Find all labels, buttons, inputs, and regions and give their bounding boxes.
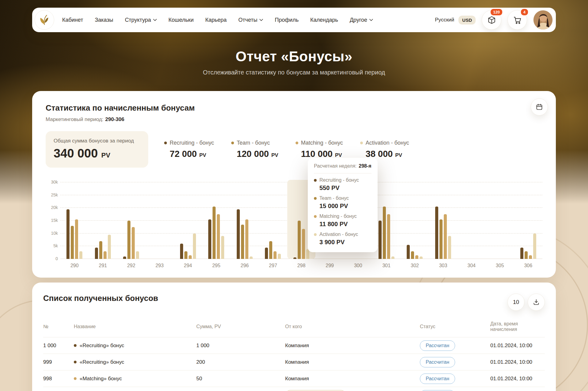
chart-plot: 05k10k15k20k25k30k xyxy=(60,182,542,259)
bar[interactable] xyxy=(298,221,301,259)
bonus-type-dot xyxy=(74,377,77,380)
bar[interactable] xyxy=(245,219,248,259)
bar[interactable] xyxy=(79,251,82,259)
marketing-period: Маркетинговый период:290-306 xyxy=(46,116,542,123)
bar[interactable] xyxy=(439,219,443,259)
download-button[interactable] xyxy=(528,294,545,311)
bar[interactable] xyxy=(383,207,386,259)
y-axis-tick: 5k xyxy=(46,243,58,248)
bar[interactable] xyxy=(104,251,107,259)
bar[interactable] xyxy=(127,221,130,259)
bar[interactable] xyxy=(533,233,536,259)
cell-name: «Matching» бонус xyxy=(74,376,196,382)
bar[interactable] xyxy=(184,251,187,259)
from-company: Компания xyxy=(285,359,309,365)
packages-button[interactable]: 120 xyxy=(482,10,501,30)
list-title: Список полученных бонусов xyxy=(43,294,158,303)
bar[interactable] xyxy=(132,227,135,259)
total-value-number: 340 000 xyxy=(54,146,98,160)
bar-group-290 xyxy=(60,182,89,259)
bar[interactable] xyxy=(293,257,296,259)
language-switcher[interactable]: Русский xyxy=(435,17,454,23)
tooltip-row-label: Matching - бонус xyxy=(319,214,357,219)
nav-item-2[interactable]: Заказы xyxy=(95,17,113,23)
bar[interactable] xyxy=(123,256,126,259)
bar[interactable] xyxy=(411,251,414,259)
user-avatar[interactable] xyxy=(533,10,553,30)
bar[interactable] xyxy=(265,248,268,259)
bar[interactable] xyxy=(529,255,532,259)
bar[interactable] xyxy=(95,248,98,259)
bar[interactable] xyxy=(189,255,192,259)
bar[interactable] xyxy=(379,221,382,259)
nav-item-3[interactable]: Структура xyxy=(125,17,157,23)
column-header: Дата, время начисления xyxy=(490,321,545,332)
bar[interactable] xyxy=(435,207,438,259)
bar[interactable] xyxy=(213,207,216,259)
status-badge: Рассчитан xyxy=(420,390,455,391)
nav-menu: КабинетЗаказыСтруктураКошелькиКарьераОтч… xyxy=(62,17,373,23)
list-header: Список полученных бонусов 10 xyxy=(43,294,545,311)
x-axis-label: 294 xyxy=(174,263,202,268)
package-icon xyxy=(488,16,496,24)
bar[interactable] xyxy=(391,256,394,259)
bar[interactable] xyxy=(273,251,277,259)
bar[interactable] xyxy=(387,214,390,259)
bar[interactable] xyxy=(241,225,244,259)
nav-item-5[interactable]: Карьера xyxy=(205,17,227,23)
bar[interactable] xyxy=(208,219,211,259)
bar[interactable] xyxy=(269,241,272,259)
bar[interactable] xyxy=(278,254,281,259)
bar[interactable] xyxy=(448,236,451,259)
legend-dot xyxy=(231,142,234,144)
cart-button[interactable]: 4 xyxy=(507,10,527,30)
legend: Recruiting - бонус72 000 PVTeam - бонус1… xyxy=(164,140,409,159)
nav-item-label: Структура xyxy=(125,17,151,23)
bar[interactable] xyxy=(66,209,70,259)
cell-number: 1 000 xyxy=(43,343,74,349)
bonus-table: №НазваниеСумма, PVОт когоСтатусДата, вре… xyxy=(43,318,545,391)
bar[interactable] xyxy=(193,233,196,259)
bar[interactable] xyxy=(420,256,423,259)
bar[interactable] xyxy=(250,256,253,259)
brand-logo[interactable] xyxy=(35,10,54,30)
from-user-link[interactable]: parsimonious_ninja_38 xyxy=(285,390,346,391)
page-size-button[interactable]: 10 xyxy=(507,294,525,311)
nav-item-4[interactable]: Кошельки xyxy=(168,17,194,23)
bar[interactable] xyxy=(108,235,111,259)
bar[interactable] xyxy=(71,226,74,259)
bonus-type-dot xyxy=(74,344,77,347)
bar[interactable] xyxy=(136,251,139,259)
nav-item-6[interactable]: Отчеты xyxy=(238,17,263,23)
bar[interactable] xyxy=(444,214,447,259)
bar[interactable] xyxy=(221,236,224,259)
list-actions: 10 xyxy=(507,294,545,311)
tooltip-row: Activation - бонус3 900 PV xyxy=(314,232,371,246)
bar-group-302 xyxy=(401,182,429,259)
bar[interactable] xyxy=(520,248,523,259)
x-axis-label: 293 xyxy=(145,263,174,268)
avatar-image xyxy=(533,10,553,30)
bar-group-304 xyxy=(457,182,486,259)
tooltip-header: Расчетная неделя: 298-я xyxy=(314,163,371,173)
nav-item-1[interactable]: Кабинет xyxy=(62,17,83,23)
bar[interactable] xyxy=(99,241,102,259)
nav-item-9[interactable]: Другое xyxy=(350,17,373,23)
calendar-button[interactable] xyxy=(531,98,548,116)
bar[interactable] xyxy=(525,251,528,259)
chevron-down-icon xyxy=(153,19,157,21)
bar[interactable] xyxy=(415,255,418,259)
cell-status: Рассчитан xyxy=(420,340,490,351)
bar[interactable] xyxy=(407,245,410,259)
nav-item-7[interactable]: Профиль xyxy=(275,17,299,23)
bar[interactable] xyxy=(75,219,78,259)
bar-group-292 xyxy=(117,182,145,259)
bar[interactable] xyxy=(217,214,220,259)
nav-item-8[interactable]: Календарь xyxy=(310,17,338,23)
cell-sum: 1 000 xyxy=(196,343,285,349)
currency-switcher[interactable]: USD xyxy=(458,16,476,25)
bar[interactable] xyxy=(180,244,183,259)
x-axis-label: 296 xyxy=(231,263,259,268)
bar[interactable] xyxy=(302,229,305,259)
bar[interactable] xyxy=(237,209,240,259)
